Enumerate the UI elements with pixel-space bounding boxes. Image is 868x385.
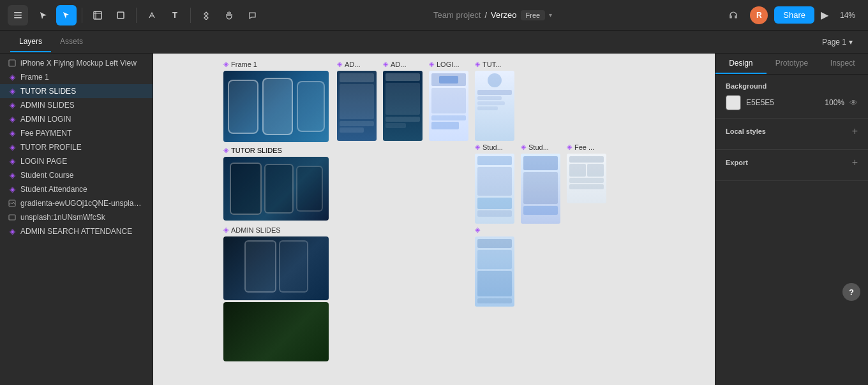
layer-item-admin-login[interactable]: ◈ ADMIN LOGIN bbox=[0, 112, 153, 126]
assets-tab[interactable]: Assets bbox=[51, 32, 92, 52]
layer-item-admin-search[interactable]: ◈ ADMIN SEARCH ATTENDANCE bbox=[0, 224, 153, 238]
layer-label-admin-login: ADMIN LOGIN bbox=[20, 115, 71, 124]
menu-button[interactable] bbox=[8, 5, 28, 25]
select-tool[interactable] bbox=[56, 5, 77, 25]
play-button[interactable]: ▶ bbox=[821, 9, 828, 21]
layer-item-frame1[interactable]: ◈ Frame 1 bbox=[0, 70, 153, 84]
frame-icon bbox=[8, 59, 17, 68]
layer-item-tutor-profile[interactable]: ◈ TUTOR PROFILE bbox=[0, 140, 153, 154]
visibility-toggle[interactable]: 👁 bbox=[849, 98, 858, 108]
layer-label-fee: Fee PAYMENT bbox=[20, 129, 71, 138]
rect-icon bbox=[8, 213, 17, 222]
layer-item-student-course[interactable]: ◈ Student Course bbox=[0, 168, 153, 182]
bg-color-swatch[interactable] bbox=[726, 95, 741, 110]
component-tool[interactable] bbox=[196, 5, 216, 25]
design-tab[interactable]: Design bbox=[715, 54, 767, 74]
text-tool[interactable]: T bbox=[165, 5, 185, 25]
frame-blank[interactable] bbox=[223, 302, 329, 361]
component-icon-tutor-profile: ◈ bbox=[8, 143, 17, 152]
layer-item-tutor-slides[interactable]: ◈ TUTOR SLIDES bbox=[0, 84, 153, 98]
layer-list: iPhone X Flying Mockup Left View ◈ Frame… bbox=[0, 54, 153, 385]
right-panel-tabs: Design Prototype Inspect bbox=[715, 54, 868, 75]
svg-rect-1 bbox=[14, 15, 22, 16]
component-icon-admin-slides: ◈ bbox=[8, 101, 17, 110]
frame-stud3[interactable]: ◈ bbox=[475, 226, 514, 307]
background-title: Background bbox=[726, 82, 767, 90]
layers-tab[interactable]: Layers bbox=[10, 32, 51, 52]
page-label: Page 1 bbox=[822, 38, 846, 47]
canvas: ◈ Frame 1 ◈ TUTOR SLIDES bbox=[153, 54, 715, 385]
component-icon-fee: ◈ bbox=[8, 129, 17, 138]
layer-item-iphone[interactable]: iPhone X Flying Mockup Left View bbox=[0, 56, 153, 70]
project-chevron[interactable]: ▾ bbox=[549, 11, 552, 18]
svg-rect-7 bbox=[9, 60, 15, 66]
frame-fee[interactable]: ◈ Fee ... bbox=[567, 143, 606, 203]
frame-ad2[interactable]: ◈ AD... bbox=[383, 60, 423, 141]
frame-tool[interactable] bbox=[87, 5, 108, 25]
layer-label-iphone: iPhone X Flying Mockup Left View bbox=[20, 59, 137, 68]
export-title: Export bbox=[726, 159, 748, 166]
frame-ad1[interactable]: ◈ AD... bbox=[337, 60, 377, 141]
layer-label-student-att: Student Attendance bbox=[20, 185, 87, 194]
layer-label-student-course: Student Course bbox=[20, 171, 73, 180]
add-local-style-button[interactable]: + bbox=[852, 126, 858, 136]
frame-logi[interactable]: ◈ LOGI... bbox=[429, 60, 468, 141]
image-icon bbox=[8, 199, 17, 208]
topbar-center: Team project / Verzeo Free ▾ bbox=[433, 10, 552, 20]
shape-tool[interactable] bbox=[110, 5, 131, 25]
frame-label-stud1: ◈ Stud... bbox=[475, 143, 514, 151]
layer-item-student-attendance[interactable]: ◈ Student Attendance bbox=[0, 182, 153, 196]
sidebar: iPhone X Flying Mockup Left View ◈ Frame… bbox=[0, 54, 153, 385]
move-tool[interactable] bbox=[33, 5, 54, 25]
layer-label-frame1: Frame 1 bbox=[20, 73, 49, 82]
export-header: Export + bbox=[726, 157, 858, 168]
right-panel: Design Prototype Inspect Background E5E5… bbox=[715, 54, 868, 385]
frame-label-tutor: ◈ TUTOR SLIDES bbox=[223, 146, 329, 154]
zoom-control[interactable]: 14% bbox=[835, 8, 860, 22]
component-icon-admin-login: ◈ bbox=[8, 115, 17, 124]
local-styles-header: Local styles + bbox=[726, 126, 858, 136]
background-section: Background E5E5E5 100% 👁 bbox=[715, 75, 868, 119]
frame-tut[interactable]: ◈ TUT... bbox=[475, 60, 514, 141]
layer-item-login-page[interactable]: ◈ LOGIN PAGE bbox=[0, 154, 153, 168]
topbar: T Team project / Verzeo Free ▾ R bbox=[0, 0, 868, 31]
component-icon-tutor: ◈ bbox=[8, 87, 17, 96]
frame-frame1[interactable]: ◈ Frame 1 bbox=[223, 60, 329, 142]
frame-tutor-slides[interactable]: ◈ TUTOR SLIDES bbox=[223, 146, 329, 221]
frame-stud2[interactable]: ◈ Stud... bbox=[521, 143, 560, 224]
layer-item-gradienta[interactable]: gradienta-ewUGOj1cQNE-unsplash... bbox=[0, 196, 153, 210]
help-button[interactable]: ? bbox=[842, 283, 860, 301]
layer-label-admin-search: ADMIN SEARCH ATTENDANCE bbox=[20, 227, 132, 236]
inspect-tab[interactable]: Inspect bbox=[817, 54, 868, 74]
bg-color-hex: E5E5E5 bbox=[746, 98, 819, 107]
project-name: Verzeo bbox=[491, 10, 516, 20]
frame-label-fee: ◈ Fee ... bbox=[567, 143, 606, 151]
layer-item-unsplash[interactable]: unsplash:1nUNsmWfcSk bbox=[0, 210, 153, 224]
frame-label-stud3: ◈ bbox=[475, 226, 514, 234]
comment-tool[interactable] bbox=[242, 5, 262, 25]
page-dropdown[interactable]: Page 1 ▾ bbox=[817, 35, 858, 49]
frame-label-admin: ◈ ADMIN SLIDES bbox=[223, 226, 329, 234]
frame-admin-slides[interactable]: ◈ ADMIN SLIDES bbox=[223, 226, 329, 300]
layer-item-admin-slides[interactable]: ◈ ADMIN SLIDES bbox=[0, 98, 153, 112]
page-chevron: ▾ bbox=[849, 38, 853, 47]
background-header: Background bbox=[726, 82, 858, 90]
layer-label-tutor-profile: TUTOR PROFILE bbox=[20, 143, 82, 152]
frame-label-ad1: ◈ AD... bbox=[337, 60, 377, 68]
frame-stud1[interactable]: ◈ Stud... bbox=[475, 143, 514, 224]
add-export-button[interactable]: + bbox=[852, 157, 858, 168]
svg-rect-9 bbox=[9, 215, 15, 220]
prototype-tab[interactable]: Prototype bbox=[767, 54, 818, 74]
frame-label-frame1: ◈ Frame 1 bbox=[223, 60, 329, 68]
headphone-button[interactable] bbox=[723, 5, 744, 25]
svg-rect-6 bbox=[117, 12, 124, 18]
pen-tool[interactable] bbox=[142, 5, 162, 25]
hand-tool[interactable] bbox=[219, 5, 239, 25]
layer-item-fee-payment[interactable]: ◈ Fee PAYMENT bbox=[0, 126, 153, 140]
frame-label-ad2: ◈ AD... bbox=[383, 60, 423, 68]
layer-label-login: LOGIN PAGE bbox=[20, 157, 67, 166]
svg-rect-2 bbox=[14, 17, 22, 18]
tabs-bar: Layers Assets Page 1 ▾ bbox=[0, 31, 868, 54]
share-button[interactable]: Share bbox=[774, 6, 814, 24]
svg-rect-0 bbox=[14, 12, 22, 13]
